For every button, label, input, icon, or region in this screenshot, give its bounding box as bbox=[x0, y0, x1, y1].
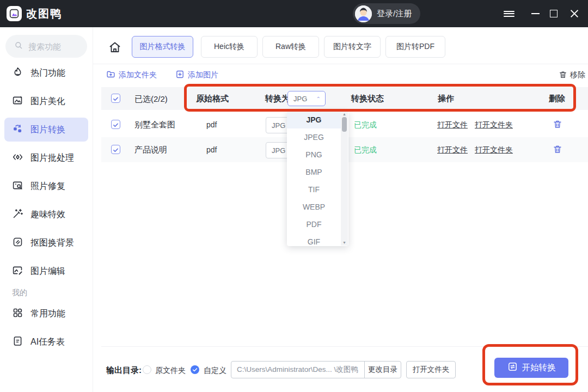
tab-raw-convert[interactable]: Raw转换 bbox=[262, 36, 319, 58]
row-checkbox[interactable] bbox=[111, 145, 120, 154]
dropdown-option-pdf[interactable]: PDF bbox=[287, 216, 341, 233]
column-status: 转换状态 bbox=[351, 94, 384, 104]
tab-label: 图片格式转换 bbox=[140, 42, 186, 52]
cutout-icon bbox=[12, 236, 23, 250]
sidebar-item-label: 图片转换 bbox=[30, 124, 65, 136]
chevron-up-icon: ⌃ bbox=[316, 96, 321, 102]
column-original-format: 原始格式 bbox=[196, 94, 229, 104]
tab-image-format-convert[interactable]: 图片格式转换 bbox=[132, 36, 193, 58]
minimize-icon[interactable] bbox=[526, 0, 544, 27]
task-list-icon bbox=[12, 335, 23, 349]
tab-label: 图片转文字 bbox=[333, 42, 371, 52]
scroll-down-icon[interactable]: ▼ bbox=[341, 241, 348, 244]
sidebar-item-label: 图片批处理 bbox=[30, 152, 74, 164]
search-input[interactable] bbox=[27, 41, 81, 52]
sidebar-item-ai-task-list[interactable]: AI任务表 bbox=[4, 330, 88, 354]
sidebar-item-cutout-background[interactable]: 抠图换背景 bbox=[4, 231, 88, 255]
search-box[interactable] bbox=[5, 35, 87, 58]
add-folder-button[interactable]: 添加文件夹 bbox=[106, 69, 157, 82]
dropdown-option-png[interactable]: PNG bbox=[287, 146, 341, 163]
dropdown-option-jpg[interactable]: JPG bbox=[287, 111, 341, 128]
add-folder-icon bbox=[106, 70, 115, 81]
tab-image-to-pdf[interactable]: 图片转PDF bbox=[385, 36, 445, 58]
add-folder-label: 添加文件夹 bbox=[119, 70, 157, 80]
open-folder-link[interactable]: 打开文件夹 bbox=[475, 120, 513, 130]
menu-icon[interactable] bbox=[500, 0, 518, 27]
row-checkbox[interactable] bbox=[111, 120, 120, 129]
original-format-value: pdf bbox=[206, 145, 217, 154]
add-image-button[interactable]: 添加图片 bbox=[175, 69, 218, 82]
radio-custom[interactable] bbox=[191, 365, 199, 374]
radio-original-folder[interactable] bbox=[143, 365, 151, 374]
tab-heic-convert[interactable]: Heic转换 bbox=[201, 36, 258, 58]
home-icon[interactable] bbox=[108, 41, 121, 56]
tab-label: Heic转换 bbox=[214, 42, 244, 52]
grid-icon bbox=[12, 307, 23, 321]
selected-count-label: 已选(2/2) bbox=[134, 94, 168, 105]
change-dir-button[interactable]: 更改目录 bbox=[365, 362, 401, 378]
dropdown-scrollbar[interactable]: ▲ ▼ bbox=[341, 112, 348, 246]
dropdown-option-gif[interactable]: GIF bbox=[287, 233, 341, 246]
open-folder-link[interactable]: 打开文件夹 bbox=[475, 145, 513, 155]
open-file-link[interactable]: 打开文件 bbox=[437, 145, 468, 155]
tab-label: Raw转换 bbox=[275, 42, 306, 52]
output-path-input[interactable] bbox=[231, 362, 364, 378]
dropdown-option-jpeg[interactable]: JPEG bbox=[287, 128, 341, 146]
footer-divider bbox=[101, 346, 588, 347]
sidebar-item-photo-repair[interactable]: 照片修复 bbox=[4, 174, 88, 198]
table-header-row: 已选(2/2) 原始格式 转换为 JPG ⌃ 转换状态 操作 删除 bbox=[101, 87, 588, 110]
sidebar-item-common-functions[interactable]: 常用功能 bbox=[4, 302, 88, 326]
sidebar-item-label: 图片美化 bbox=[30, 96, 65, 107]
sidebar-section-mine: 我的 bbox=[12, 288, 27, 298]
sidebar-item-image-beautify[interactable]: 图片美化 bbox=[4, 89, 88, 113]
column-action: 操作 bbox=[438, 94, 454, 104]
divider bbox=[93, 64, 588, 64]
tab-image-to-text[interactable]: 图片转文字 bbox=[324, 36, 381, 58]
sidebar: 热门功能 图片美化 图片转换 bbox=[0, 27, 93, 392]
status-label: 已完成 bbox=[354, 145, 377, 155]
column-delete: 删除 bbox=[549, 94, 565, 104]
sidebar-item-batch-process[interactable]: 图片批处理 bbox=[4, 146, 88, 170]
sidebar-item-hot-features[interactable]: 热门功能 bbox=[4, 61, 88, 85]
sidebar-item-label: 常用功能 bbox=[30, 308, 65, 320]
open-folder-button[interactable]: 打开文件夹 bbox=[406, 361, 456, 378]
delete-row-button[interactable] bbox=[553, 119, 562, 131]
dropdown-option-tif[interactable]: TIF bbox=[287, 181, 341, 198]
sidebar-item-label: 抠图换背景 bbox=[30, 237, 74, 249]
search-icon bbox=[14, 41, 23, 52]
maximize-icon[interactable] bbox=[544, 0, 563, 27]
dropdown-option-webp[interactable]: WEBP bbox=[287, 198, 341, 216]
app-window: 改图鸭 登录/注册 bbox=[0, 0, 588, 392]
add-image-label: 添加图片 bbox=[188, 70, 218, 80]
sidebar-item-image-convert[interactable]: 图片转换 bbox=[4, 118, 88, 142]
sidebar-item-label: AI任务表 bbox=[30, 336, 65, 348]
scroll-up-icon[interactable]: ▲ bbox=[341, 112, 348, 116]
image-sparkle-icon bbox=[12, 95, 23, 108]
sidebar-item-label: 热门功能 bbox=[30, 68, 65, 79]
radio-custom-label: 自定义 bbox=[204, 366, 226, 376]
start-convert-label: 开始转换 bbox=[522, 362, 556, 373]
delete-row-button[interactable] bbox=[553, 144, 562, 156]
add-image-icon bbox=[175, 70, 185, 81]
file-name: 别墅全套图 bbox=[134, 120, 175, 130]
image-edit-icon bbox=[12, 265, 23, 278]
header-format-select[interactable]: JPG ⌃ bbox=[287, 91, 326, 106]
close-icon[interactable] bbox=[565, 0, 584, 27]
sidebar-item-label: 图片编辑 bbox=[30, 266, 65, 277]
photo-repair-icon bbox=[12, 180, 23, 193]
flame-icon bbox=[12, 66, 23, 80]
avatar bbox=[355, 5, 372, 22]
output-dir-label: 输出目录: bbox=[106, 365, 142, 376]
open-file-link[interactable]: 打开文件 bbox=[437, 120, 468, 130]
sidebar-item-fun-effects[interactable]: 趣味特效 bbox=[4, 203, 88, 226]
remove-button[interactable]: 移除 bbox=[559, 69, 585, 82]
sidebar-item-image-edit[interactable]: 图片编辑 bbox=[4, 259, 88, 283]
select-all-checkbox[interactable] bbox=[111, 94, 120, 103]
start-convert-button[interactable]: 开始转换 bbox=[494, 358, 568, 378]
login-label: 登录/注册 bbox=[377, 9, 412, 19]
file-name: 产品说明 bbox=[134, 145, 167, 155]
format-dropdown-menu: JPG JPEG PNG BMP TIF WEBP PDF GIF ▲ ▼ bbox=[287, 111, 348, 246]
login-button[interactable]: 登录/注册 bbox=[353, 3, 420, 24]
scrollbar-thumb[interactable] bbox=[342, 117, 347, 132]
dropdown-option-bmp[interactable]: BMP bbox=[287, 163, 341, 181]
